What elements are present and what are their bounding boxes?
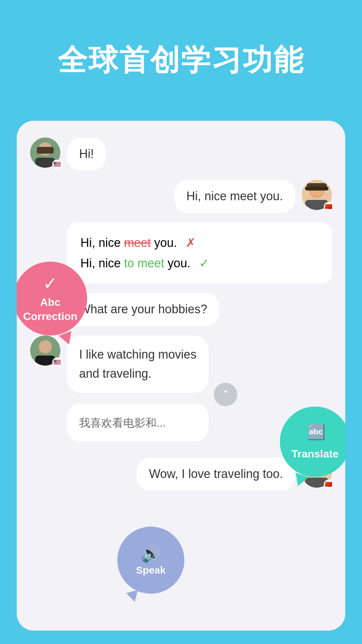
scroll-up-icon: ⌃	[221, 388, 230, 401]
message-bubble-traveling: Wow, I love traveling too.	[137, 458, 295, 490]
message-bubble-nice-meet: Hi, nice meet you.	[174, 180, 295, 213]
avatar-male-2: 🇺🇸	[30, 335, 60, 366]
svg-rect-4	[37, 147, 54, 154]
translate-label: Translate	[292, 448, 339, 460]
flag-us-2: 🇺🇸	[52, 358, 62, 367]
speak-icon: 🔊	[141, 544, 161, 563]
flag-cn-1: 🇨🇳	[324, 202, 333, 211]
translate-icon: 🔤	[306, 424, 324, 446]
chat-container: 🇺🇸 Hi! 🇨🇳 Hi, nice meet you.	[17, 121, 345, 631]
correction-right-line: Hi, nice to meet you. ✓	[80, 253, 318, 273]
message-row-nice-meet: 🇨🇳 Hi, nice meet you.	[30, 180, 332, 213]
chinese-translation-text: 我喜欢看电影和...	[79, 417, 166, 429]
message-text-traveling: Wow, I love traveling too.	[149, 467, 283, 481]
svg-point-15	[39, 341, 51, 353]
message-text-hi: Hi!	[79, 147, 94, 161]
right-icon: ✓	[199, 256, 209, 270]
page-title: 全球首创学习功能	[0, 0, 362, 80]
wrong-word: meet	[124, 236, 151, 250]
abc-correction-bubble[interactable]: ✓ Abc Correction	[17, 262, 87, 335]
flag-us-1: 🇺🇸	[52, 160, 62, 169]
translated-message-block: I like watching moviesand traveling. 我喜欢…	[67, 335, 208, 448]
avatar-male-1: 🇺🇸	[30, 138, 60, 168]
correct-word: to meet	[124, 256, 164, 270]
avatar-female-1: 🇨🇳	[302, 180, 332, 210]
speak-bubble[interactable]: 🔊 Speak	[117, 527, 184, 594]
message-text-hobbies: What are your hobbies?	[79, 302, 207, 316]
speak-label: Speak	[136, 565, 166, 576]
correction-card: Hi, nice meet you. ✗ Hi, nice to meet yo…	[67, 222, 332, 283]
translate-bubble[interactable]: 🔤 Translate	[280, 407, 345, 477]
flag-cn-2: 🇨🇳	[324, 480, 333, 489]
wrong-icon: ✗	[186, 236, 196, 250]
message-row-hi: 🇺🇸 Hi!	[30, 138, 332, 170]
translated-chinese: 我喜欢看电影和...	[67, 404, 208, 442]
message-bubble-hobbies: What are your hobbies?	[67, 293, 219, 326]
abc-correction-label: Abc Correction	[23, 296, 77, 323]
message-text-nice-meet: Hi, nice meet you.	[186, 189, 283, 203]
translated-english: I like watching moviesand traveling.	[67, 335, 208, 393]
correction-wrong-line: Hi, nice meet you. ✗	[80, 232, 318, 253]
message-bubble-hi: Hi!	[67, 138, 106, 170]
scroll-up-button[interactable]: ⌃	[214, 383, 237, 406]
svg-rect-10	[305, 186, 328, 191]
check-icon: ✓	[43, 273, 58, 293]
svg-text:🔤: 🔤	[307, 424, 324, 441]
